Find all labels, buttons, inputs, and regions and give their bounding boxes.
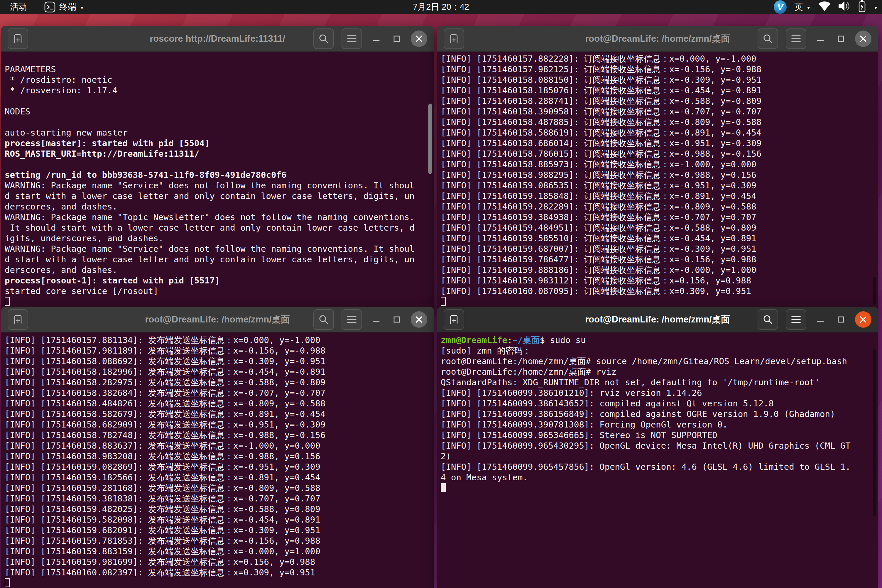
terminal-line: [INFO] [1751460099.965457856]: OpenGl ve… xyxy=(441,462,874,472)
terminal-cursor-row xyxy=(441,296,874,307)
headerbar[interactable]: root@DreamLife: /home/zmn/桌面 xyxy=(437,307,878,332)
app-menu-label: 终端 xyxy=(59,1,76,13)
new-tab-button[interactable] xyxy=(8,309,28,330)
close-button[interactable] xyxy=(855,30,872,47)
headerbar[interactable]: root@DreamLife: /home/zmn/桌面 xyxy=(1,307,434,332)
terminal-line: [INFO] [1751460157.982125]: 订阅端接收坐标信息：x=… xyxy=(441,64,874,75)
maximize-button[interactable] xyxy=(390,32,403,45)
window-title: roscore http://DreamLife:11311/ xyxy=(150,33,285,44)
terminal-line: [INFO] [1751460099.386101210]: rviz vers… xyxy=(441,388,874,398)
close-button[interactable] xyxy=(411,30,427,47)
input-lang-label: 英 xyxy=(794,1,803,13)
terminal-cursor-row xyxy=(5,578,430,588)
terminal-line: * /rosversion: 1.17.4 xyxy=(5,85,430,96)
minimize-button[interactable] xyxy=(370,32,382,45)
new-tab-button[interactable] xyxy=(444,309,464,330)
terminal-content[interactable]: [INFO] [1751460157.881134]: 发布端发送坐标信息：x=… xyxy=(1,332,434,588)
activities-button[interactable]: 活动 xyxy=(10,0,27,14)
window-title: root@DreamLife: /home/zmn/桌面 xyxy=(585,314,730,326)
system-menu-chevron-icon[interactable]: ▼ xyxy=(873,6,878,10)
headerbar[interactable]: root@DreamLife: /home/zmn/桌面 xyxy=(437,26,878,52)
wifi-icon[interactable] xyxy=(818,1,831,13)
terminal-line: [INFO] [1751460158.088150]: 订阅端接收坐标信息：x=… xyxy=(441,75,874,85)
terminal-line: [INFO] [1751460159.384938]: 订阅端接收坐标信息：x=… xyxy=(441,212,874,222)
terminal-line: [INFO] [1751460158.885973]: 订阅端接收坐标信息：x=… xyxy=(441,159,874,170)
terminal-line: [INFO] [1751460099.965346665]: Stereo is… xyxy=(441,430,874,440)
terminal-line: root@DreamLife:/home/zmn/桌面# rviz xyxy=(441,366,874,377)
minimize-button[interactable] xyxy=(814,313,827,326)
terminal-line: [INFO] [1751460159.185848]: 订阅端接收坐标信息：x=… xyxy=(441,191,874,201)
terminal-line xyxy=(5,53,430,64)
minimize-button[interactable] xyxy=(814,32,827,45)
scrollbar-thumb[interactable] xyxy=(873,277,876,304)
terminal-content[interactable]: PARAMETERS * /rosdistro: noetic * /rosve… xyxy=(1,52,434,311)
scrollbar-thumb[interactable] xyxy=(873,349,876,516)
search-button[interactable] xyxy=(758,309,778,330)
terminal-line: [INFO] [1751460158.182996]: 发布端发送坐标信息：x=… xyxy=(5,366,430,377)
terminal-line: [INFO] [1751460159.582098]: 发布端发送坐标信息：x=… xyxy=(5,514,430,525)
terminal-line: [INFO] [1751460159.781853]: 发布端发送坐标信息：x=… xyxy=(5,536,430,546)
maximize-button[interactable] xyxy=(834,32,848,45)
volume-icon[interactable] xyxy=(838,1,850,13)
new-tab-button[interactable] xyxy=(444,28,464,49)
window-subscriber: root@DreamLife: /home/zmn/桌面 xyxy=(437,26,878,311)
terminal-line: WARNING: Package name "Topic_Newsletter"… xyxy=(5,212,430,222)
battery-charging-icon[interactable] xyxy=(858,0,866,14)
terminal-line: [INFO] [1751460160.087095]: 订阅端接收坐标信息：x=… xyxy=(441,286,874,296)
chevron-down-icon: ▼ xyxy=(80,6,84,10)
terminal-line: PARAMETERS xyxy=(5,64,430,75)
terminal-line: derscores, and dashes. xyxy=(5,201,430,212)
terminal-line: It should start with a lower case letter… xyxy=(5,222,430,233)
menu-button[interactable] xyxy=(786,28,806,49)
terminal-cursor xyxy=(5,578,10,587)
terminal-cursor xyxy=(441,483,446,492)
terminal-line: [INFO] [1751460158.883637]: 发布端发送坐标信息：x=… xyxy=(5,440,430,451)
close-button[interactable] xyxy=(411,311,427,328)
search-button[interactable] xyxy=(314,28,334,49)
terminal-cursor-row xyxy=(441,483,874,493)
terminal-line: d start with a lower case letter and onl… xyxy=(5,254,430,265)
window-publisher: root@DreamLife: /home/zmn/桌面 xyxy=(1,307,434,588)
terminal-line: [INFO] [1751460159.687007]: 订阅端接收坐标信息：x=… xyxy=(441,243,874,254)
terminal-line: WARNING: Package name "Service" does not… xyxy=(5,243,430,254)
headerbar[interactable]: roscore http://DreamLife:11311/ xyxy=(1,26,434,52)
terminal-line: [INFO] [1751460158.390958]: 订阅端接收坐标信息：x=… xyxy=(441,106,874,117)
terminal-line: [INFO] [1751460159.281168]: 发布端发送坐标信息：x=… xyxy=(5,483,430,493)
input-method-indicator[interactable]: 英 ▼ xyxy=(794,0,811,14)
menu-button[interactable] xyxy=(342,28,362,49)
menu-button[interactable] xyxy=(342,309,362,330)
terminal-line: [INFO] [1751460158.588619]: 订阅端接收坐标信息：x=… xyxy=(441,128,874,138)
terminal-line: [INFO] [1751460099.386156849]: compiled … xyxy=(441,409,874,419)
search-button[interactable] xyxy=(758,28,778,49)
terminal-line: process[rosout-1]: started with pid [551… xyxy=(5,275,430,286)
scrollbar-thumb[interactable] xyxy=(428,104,432,174)
terminal-line: [INFO] [1751460159.082869]: 发布端发送坐标信息：x=… xyxy=(5,462,430,472)
search-button[interactable] xyxy=(314,309,334,330)
terminal-line: [INFO] [1751460160.082397]: 发布端发送坐标信息：x=… xyxy=(5,567,430,578)
terminal-line: [INFO] [1751460159.086535]: 订阅端接收坐标信息：x=… xyxy=(441,180,874,191)
terminal-line: [INFO] [1751460159.786477]: 订阅端接收坐标信息：x=… xyxy=(441,254,874,265)
v2ray-tray-icon[interactable]: V xyxy=(774,0,787,14)
terminal-line xyxy=(5,96,430,106)
terminal-content[interactable]: zmn@DreamLife:~/桌面$ sudo su[sudo] zmn 的密… xyxy=(437,332,878,588)
new-tab-button[interactable] xyxy=(8,28,28,49)
terminal-line: [INFO] [1751460158.983208]: 发布端发送坐标信息：x=… xyxy=(5,451,430,462)
terminal-line: [INFO] [1751460158.185076]: 订阅端接收坐标信息：x=… xyxy=(441,85,874,96)
terminal-content[interactable]: [INFO] [1751460157.882228]: 订阅端接收坐标信息：x=… xyxy=(437,52,878,311)
app-menu[interactable]: 终端 ▼ xyxy=(44,0,84,14)
clock[interactable]: 7月2日 20：42 xyxy=(413,0,469,14)
terminal-line: [INFO] [1751460099.390781308]: Forcing O… xyxy=(441,419,874,430)
maximize-button[interactable] xyxy=(834,313,848,326)
terminal-line: [INFO] [1751460159.983112]: 订阅端接收坐标信息：x=… xyxy=(441,275,874,286)
terminal-line: [INFO] [1751460158.382684]: 发布端发送坐标信息：x=… xyxy=(5,388,430,398)
terminal-line: [INFO] [1751460158.988295]: 订阅端接收坐标信息：x=… xyxy=(441,170,874,180)
minimize-button[interactable] xyxy=(370,313,382,326)
terminal-line: zmn@DreamLife:~/桌面$ sudo su xyxy=(441,335,874,345)
close-button[interactable] xyxy=(855,311,872,328)
maximize-button[interactable] xyxy=(390,313,403,326)
terminal-line xyxy=(5,159,430,170)
terminal-line: [INFO] [1751460159.482025]: 发布端发送坐标信息：x=… xyxy=(5,504,430,514)
menu-button[interactable] xyxy=(786,309,806,330)
window-rviz-shell: root@DreamLife: /home/zmn/桌面 xyxy=(437,307,878,588)
terminal-line: [INFO] [1751460157.981189]: 发布端发送坐标信息：x=… xyxy=(5,345,430,356)
